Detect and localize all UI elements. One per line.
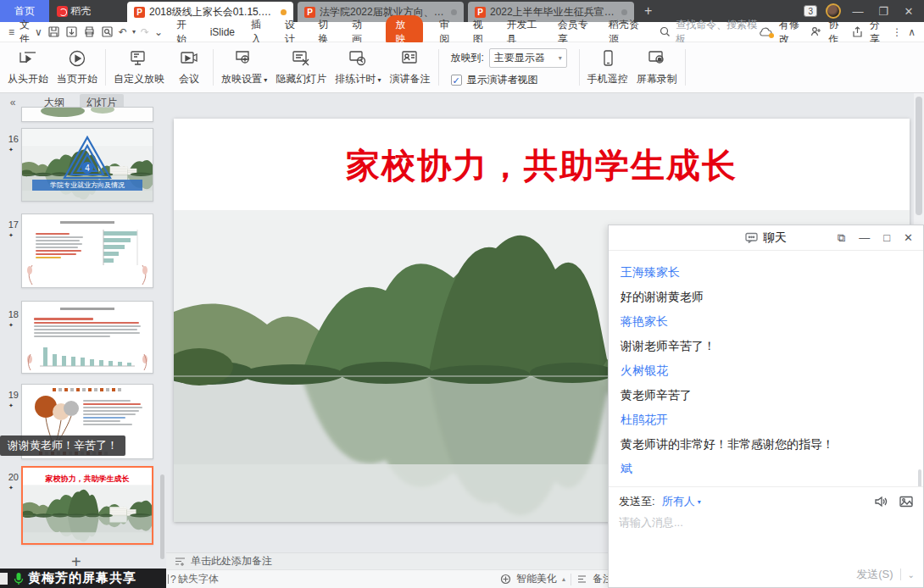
smart-beautify-button[interactable]: 智能美化 (516, 572, 557, 586)
chat-sender[interactable]: 蒋艳家长 (621, 314, 911, 330)
export-icon[interactable] (65, 25, 78, 38)
collapse-ribbon-icon[interactable]: ∧ (908, 26, 916, 38)
beautify-icon (500, 574, 511, 585)
more-menu-icon[interactable]: ⋮ (892, 26, 902, 38)
slide-thumbnail-17[interactable] (21, 214, 153, 288)
chat-scrollbar[interactable] (918, 469, 921, 486)
send-to-dropdown[interactable]: 所有人 ▾ (662, 494, 701, 509)
rehearse-timing-button[interactable]: 排练计时 ▾ (331, 42, 385, 92)
phone-remote-button[interactable]: 手机遥控 (583, 42, 632, 92)
user-avatar[interactable] (826, 3, 841, 19)
slide-number: 20 (3, 472, 19, 482)
quickbar-more-icon[interactable]: ⌄ (154, 26, 163, 38)
presenter-view-checkbox[interactable]: ✓ (451, 75, 462, 86)
chat-sender[interactable]: 杜鹃花开 (621, 413, 911, 428)
animation-star-icon: ✦ (8, 322, 14, 329)
send-to-label: 发送至: (619, 494, 655, 509)
dropdown-caret-icon: ▾ (559, 54, 562, 62)
slide-panel: « 大纲 幻灯片 16 ✦ 4 学院专业就业方向及情况 17 ✦ (0, 93, 166, 552)
screen-record-button[interactable]: 屏幕录制 (632, 42, 682, 92)
chat-popout-icon[interactable]: ⧉ (838, 231, 845, 245)
slideshow-toolbar: 从头开始 当页开始 自定义放映 会议 放映设置 ▾ 隐藏幻灯片 排练计时 ▾ (0, 42, 924, 93)
file-chevron-icon[interactable]: ∨ (35, 26, 42, 38)
unsaved-dot-icon (281, 9, 287, 15)
animation-star-icon: ✦ (8, 402, 14, 409)
display-target-dropdown[interactable]: 主要显示器 ▾ (489, 48, 567, 68)
slide-thumbnail-16[interactable]: 4 学院专业就业方向及情况 (21, 128, 153, 202)
play-from-start-button[interactable]: 从头开始 (3, 42, 53, 92)
print-preview-icon[interactable] (101, 25, 114, 38)
meeting-button[interactable]: 会议 (169, 42, 209, 92)
display-target-block: 放映到: 主要显示器 ▾ ✓ 显示演讲者视图 (443, 42, 576, 92)
chat-message: 黄老师辛苦了 (621, 388, 911, 403)
slide16-caption: 学院专业就业方向及情况 (32, 180, 142, 191)
search-icon (659, 25, 671, 38)
statusbar-notes-icon (576, 574, 587, 585)
slide-number: 19 (3, 390, 19, 400)
chat-sender[interactable]: 火树银花 (621, 363, 911, 379)
slide20-title: 家校协力，共助学生成长 (23, 474, 152, 485)
chat-message: 黄老师讲的非常好！非常感谢您的指导！ (621, 437, 911, 452)
chat-message-list[interactable]: 王海臻家长 好的谢谢黄老师 蒋艳家长 谢谢老师辛苦了！ 火树银花 黄老师辛苦了 … (609, 251, 923, 486)
tab-count-badge[interactable]: 3 (804, 5, 817, 17)
animation-star-icon: ✦ (8, 232, 14, 239)
send-options-caret-icon[interactable]: ⌄ (908, 570, 915, 580)
chat-sender[interactable]: 斌 (621, 462, 911, 477)
close-button[interactable]: ✕ (900, 5, 917, 18)
beautify-caret-icon: ▴ (562, 575, 565, 583)
speaker-notes-button[interactable]: 演讲备注 (386, 42, 435, 92)
missing-font-warning[interactable]: ?缺失字体 (168, 572, 219, 586)
print-icon[interactable] (83, 25, 96, 38)
chat-message: 好的谢谢黄老师 (621, 290, 911, 305)
chat-sender[interactable]: 王海臻家长 (621, 265, 911, 280)
tab-dot-icon (621, 9, 627, 15)
send-to-caret-icon: ▾ (698, 498, 701, 506)
slide-number: 17 (3, 219, 19, 230)
chat-close-button[interactable]: ✕ (904, 231, 913, 244)
hide-slide-button[interactable]: 隐藏幻灯片 (271, 42, 331, 92)
slide-thumbnail-15-partial[interactable] (21, 107, 153, 122)
restore-button[interactable]: ❐ (875, 5, 892, 18)
wps-presentation-window: 首页 稻壳 P 2018级线上家长会01.15.pptx P 法学院2022届就… (0, 0, 924, 588)
undo-dropdown-icon[interactable]: ▾ (132, 28, 136, 36)
microphone-icon (13, 572, 25, 585)
notes-icon (175, 557, 186, 566)
cloud-sync-icon[interactable] (759, 26, 773, 37)
slide-title[interactable]: 家校协力，共助学生成长 (174, 142, 910, 189)
custom-show-button[interactable]: 自定义放映 (109, 42, 169, 92)
hamburger-menu-icon[interactable]: ≡ (8, 26, 14, 38)
chat-title: 聊天 (763, 230, 787, 246)
animation-star-icon: ✦ (8, 147, 14, 153)
chat-maximize-button[interactable]: □ (883, 231, 890, 244)
slide16-logo-number: 4 (85, 164, 90, 173)
sidebar-scrollbar[interactable] (160, 474, 164, 559)
share-icon[interactable] (851, 25, 864, 38)
save-icon[interactable] (47, 25, 60, 38)
chat-footer: 发送至: 所有人 ▾ 发送(S) ⌄ (609, 486, 923, 587)
redo-icon[interactable]: ↷ (141, 26, 149, 38)
chat-bubble-icon (745, 232, 758, 243)
minimize-button[interactable]: — (849, 5, 866, 18)
image-icon[interactable] (899, 496, 913, 508)
collaborate-icon[interactable] (810, 25, 822, 38)
slide-number: 16 (3, 134, 19, 144)
play-from-current-button[interactable]: 当页开始 (53, 42, 102, 92)
animation-star-icon: ✦ (8, 485, 14, 491)
undo-icon[interactable]: ↶ (119, 26, 127, 38)
chat-message: 谢谢老师辛苦了！ (621, 339, 911, 354)
chat-header[interactable]: 聊天 ⧉ — □ ✕ (609, 225, 923, 251)
send-button[interactable]: 发送(S) (856, 567, 893, 582)
chat-panel: 聊天 ⧉ — □ ✕ 王海臻家长 好的谢谢黄老师 蒋艳家长 谢谢老师辛苦了！ 火… (608, 225, 924, 588)
slide-number: 18 (3, 309, 19, 319)
speaker-icon[interactable] (874, 496, 888, 508)
screen-share-banner: 黄梅芳的屏幕共享 (0, 569, 166, 588)
chat-toast: 谢谢黄老师！辛苦了！ (0, 435, 125, 456)
ppt-file-icon: P (134, 7, 145, 18)
tab-islide[interactable]: iSlide (210, 26, 235, 38)
slide-thumbnail-18[interactable] (21, 301, 153, 374)
chat-message-input[interactable] (619, 516, 899, 529)
chat-minimize-button[interactable]: — (859, 231, 870, 244)
show-settings-button[interactable]: 放映设置 ▾ (217, 42, 271, 92)
taskbar-app-icon (0, 573, 8, 585)
slide-thumbnail-20-selected[interactable]: 家校协力，共助学生成长 (21, 466, 153, 545)
